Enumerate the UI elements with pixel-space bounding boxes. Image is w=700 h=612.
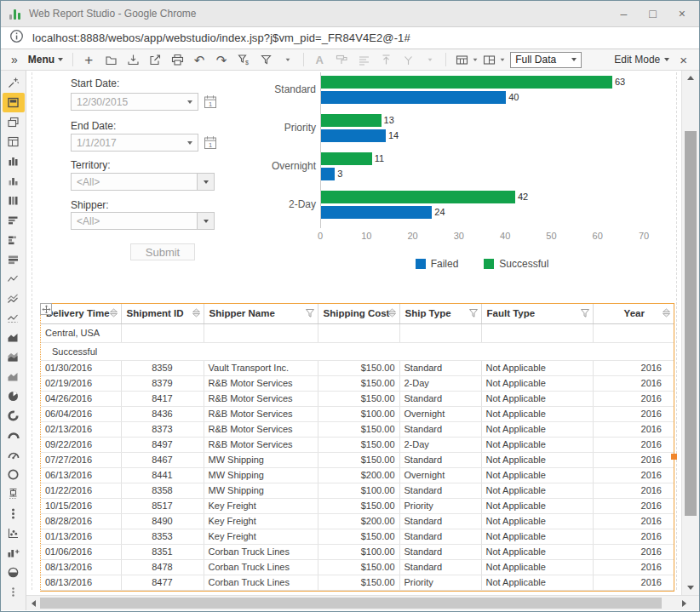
shipper-dropdown-button[interactable] [198, 212, 215, 230]
filter-icon[interactable] [305, 308, 315, 320]
sort-icon[interactable] [109, 308, 118, 319]
sidebar-area-chart-icon[interactable] [3, 328, 25, 347]
sidebar-ring-chart-icon[interactable] [3, 465, 25, 484]
legend-item-failed[interactable]: Failed [416, 258, 459, 270]
column-header-ship-type[interactable]: Ship Type [399, 304, 481, 323]
filter-icon[interactable] [468, 308, 479, 320]
horizontal-scrollbar[interactable] [26, 595, 699, 610]
export-report-icon[interactable] [144, 51, 166, 69]
edit-mode-button[interactable]: Edit Mode [607, 54, 676, 66]
chevron-down-icon[interactable] [473, 59, 478, 64]
bar-successful-2-day[interactable] [321, 191, 515, 203]
page-layout-icon[interactable] [478, 51, 500, 69]
bar-failed-overnight[interactable] [321, 168, 335, 180]
bar-failed-priority[interactable] [321, 129, 386, 142]
chevron-down-icon[interactable] [187, 141, 192, 147]
maximize-button[interactable]: □ [649, 8, 656, 20]
sidebar-more-tools-icon[interactable] [3, 582, 25, 602]
sidebar-panel-section-icon[interactable] [3, 93, 25, 112]
sort-icon[interactable] [387, 308, 397, 319]
territory-dropdown-button[interactable] [198, 173, 215, 191]
expand-toolbar-icon[interactable]: » [6, 53, 23, 66]
filter-icon[interactable] [255, 51, 277, 69]
table-resize-handle[interactable] [671, 454, 677, 460]
sidebar-boxplot-chart-icon[interactable] [3, 484, 25, 504]
sidebar-pie-chart-icon[interactable] [3, 386, 25, 406]
sidebar-line-chart-icon[interactable] [3, 269, 25, 289]
shipper-input[interactable]: <All> [71, 212, 198, 230]
sidebar-hbar-stacked-alt-icon[interactable] [3, 249, 25, 269]
sidebar-donut-chart-icon[interactable] [3, 406, 25, 426]
column-header-shipper-name[interactable]: Shipper Name [204, 304, 318, 323]
scroll-up-icon[interactable] [682, 71, 699, 85]
new-report-icon[interactable]: + [77, 51, 100, 69]
sidebar-semicircle-chart-icon[interactable] [3, 563, 25, 582]
menu-button[interactable]: Menu [23, 54, 68, 66]
sidebar-column-chart-alt-icon[interactable] [3, 171, 25, 191]
start-date-calendar-icon[interactable]: 1 [203, 93, 218, 110]
vertical-scroll-thumb[interactable] [685, 131, 697, 516]
open-report-icon[interactable] [100, 51, 122, 69]
print-icon[interactable] [166, 51, 188, 69]
sidebar-dot-plot-icon[interactable] [3, 504, 25, 523]
undo-icon[interactable]: ↶ [188, 51, 210, 69]
sort-icon[interactable] [192, 308, 201, 319]
table-grid-icon[interactable] [450, 51, 473, 69]
sidebar-line-baseline-chart-icon[interactable] [3, 308, 25, 328]
url-text[interactable]: localhost:8888/webos/app/webstudio/index… [32, 31, 410, 44]
scroll-right-icon[interactable] [677, 596, 691, 610]
more-options-caret-icon[interactable] [277, 51, 299, 69]
vertical-scrollbar[interactable] [681, 71, 699, 595]
table-move-handle[interactable] [40, 303, 52, 315]
sidebar-area-chart-gray-icon[interactable] [3, 367, 25, 386]
minimize-button[interactable]: – [621, 8, 628, 20]
bar-failed-standard[interactable] [321, 91, 506, 104]
sidebar-arc-chart-icon[interactable] [3, 426, 25, 445]
chevron-down-icon[interactable] [501, 59, 505, 64]
horizontal-scroll-thumb[interactable] [40, 598, 662, 609]
info-icon[interactable] [9, 29, 24, 47]
legend-item-successful[interactable]: Successful [484, 258, 548, 270]
save-report-icon[interactable] [122, 51, 144, 69]
sidebar-area-chart-alt-icon[interactable] [3, 347, 25, 367]
sort-icon[interactable] [662, 308, 671, 319]
sidebar-gauge-chart-icon[interactable] [3, 445, 25, 465]
sidebar-scatter-chart-icon[interactable] [3, 523, 25, 543]
submit-button[interactable]: Submit [130, 243, 195, 260]
sidebar-magic-wand-icon[interactable] [3, 73, 25, 93]
territory-input[interactable]: <All> [71, 173, 198, 191]
chevron-down-icon[interactable] [187, 100, 192, 106]
scroll-down-icon[interactable] [682, 581, 699, 595]
column-header-year[interactable]: Year [593, 304, 674, 323]
sidebar-hbar-stacked-icon[interactable] [3, 230, 25, 249]
sidebar-add-chart-icon[interactable] [3, 543, 25, 563]
toolbar-close-icon[interactable]: × [676, 53, 694, 67]
address-bar[interactable]: localhost:8888/webos/app/webstudio/index… [1, 27, 699, 49]
end-date-input[interactable]: 1/1/2017 [71, 134, 198, 152]
scroll-left-icon[interactable] [26, 596, 40, 610]
sidebar-nested-panel-icon[interactable] [3, 132, 25, 152]
redo-icon[interactable]: ↷ [210, 51, 232, 69]
filter-icon[interactable] [580, 308, 590, 320]
end-date-calendar-icon[interactable]: 1 [203, 134, 218, 151]
sidebar-multi-line-chart-icon[interactable] [3, 289, 25, 308]
column-header-label: Fault Type [487, 308, 536, 318]
table-cell: Not Applicable [481, 544, 593, 559]
sidebar-column-chart-icon[interactable] [3, 152, 25, 171]
column-header-fault-type[interactable]: Fault Type [481, 304, 593, 323]
column-header-shipping-cost[interactable]: Shipping Cost [318, 304, 399, 323]
bar-successful-priority[interactable] [321, 114, 382, 127]
bar-successful-standard[interactable] [321, 76, 612, 89]
sidebar-column-chart-dense-icon[interactable] [3, 191, 25, 210]
bar-failed-2-day[interactable] [321, 206, 432, 219]
close-button[interactable]: × [679, 8, 686, 20]
column-header-label: Year [624, 308, 645, 318]
column-header-delivery-time[interactable]: Delivery Time [41, 304, 121, 323]
data-view-select[interactable]: Full Data [510, 52, 582, 68]
sidebar-hbar-chart-icon[interactable] [3, 210, 25, 230]
bar-successful-overnight[interactable] [321, 152, 372, 165]
start-date-input[interactable]: 12/30/2015 [71, 93, 198, 111]
sidebar-window-panel-icon[interactable] [3, 112, 25, 132]
filter-values-icon[interactable]: $ [232, 51, 255, 69]
column-header-shipment-id[interactable]: Shipment ID [121, 304, 204, 323]
